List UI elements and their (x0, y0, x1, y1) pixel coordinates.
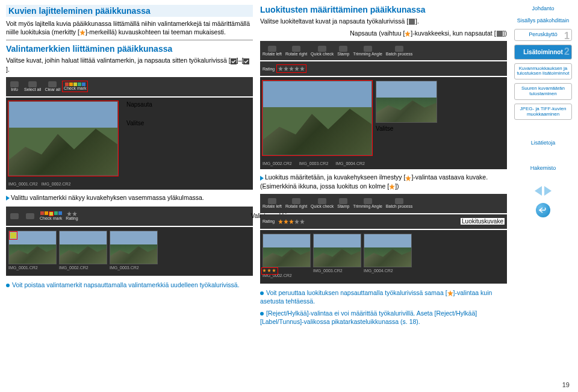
star-icon (405, 175, 411, 181)
prev-icon[interactable] (535, 186, 542, 196)
red-highlight (276, 64, 306, 73)
txt: ]-merkeillä) kuvauskohteen tai teeman mu… (85, 28, 226, 36)
thumbnail[interactable]: IMG_0004.CR2 (364, 234, 411, 278)
txt: ]. (6, 66, 10, 73)
check-icon (243, 58, 249, 64)
toolbar-select-all[interactable]: Select all (24, 81, 41, 92)
toolbar-stamp[interactable]: Stamp (337, 46, 349, 56)
svg-marker-15 (289, 219, 294, 224)
star-icon (79, 30, 85, 36)
arrow-icon (260, 176, 264, 181)
svg-marker-11 (405, 175, 411, 181)
toolbar-info[interactable]: Info (8, 81, 20, 92)
nav-back-button[interactable] (536, 203, 550, 217)
thumb-cap: IMG_0003.CR2 (299, 161, 329, 166)
nav-sisallys[interactable]: Sisällys pääkohdittain (514, 17, 572, 25)
left-para-1: Voit myös lajitella kuvia pääikkunassa l… (6, 19, 253, 36)
toolbar-screenshot-1: Info Select all Clear all Check mark (6, 77, 253, 190)
svg-marker-14 (284, 219, 288, 224)
divider (6, 40, 253, 40)
red-highlight (62, 81, 88, 92)
rating-screenshot-2: Rotate left Rotate right Quick check Sta… (260, 194, 507, 284)
arrow-icon (6, 196, 10, 201)
nav-hakemisto[interactable]: Hakemisto (514, 164, 572, 173)
callout-napsauta: Napsauta (126, 101, 152, 108)
rating-screenshot: Rotate left Rotate right Quick check Sta… (260, 41, 507, 169)
thumb-cap: IMG_0004.CR2 (335, 161, 365, 166)
square-icon (409, 19, 415, 25)
nav-lisatietoja[interactable]: Lisätietoja (514, 139, 572, 148)
svg-marker-0 (79, 30, 85, 36)
rating-stars[interactable] (278, 66, 305, 71)
nav-suuren[interactable]: Suuren kuvamäärän tulostaminen (514, 83, 572, 100)
page-number: 19 (562, 381, 570, 388)
large-thumbnail[interactable] (8, 101, 118, 176)
toolbar-rotate-left[interactable]: Rotate left (263, 46, 282, 56)
large-thumbnail[interactable] (263, 81, 372, 155)
nav-jpeg[interactable]: JPEG- ja TIFF-kuvien muokkaaminen (514, 104, 572, 120)
mid-tip-1: Voit peruuttaa luokituksen napsauttamall… (260, 288, 507, 305)
thumbnail[interactable] (376, 81, 436, 123)
star-icon (405, 31, 411, 37)
check-icon (231, 58, 237, 64)
toolbar-check-mark[interactable]: Check mark (64, 82, 86, 90)
callout-valitse: Valitse (376, 125, 393, 132)
left-heading-1: Kuvien lajitteleminen pääikkunassa (6, 5, 253, 17)
toolbar-batch[interactable]: Batch process (386, 46, 412, 56)
txt: Valitse kuvat, joihin haluat liittää val… (6, 57, 231, 64)
thumb-cap: IMG_0002.CR2 (42, 182, 71, 186)
svg-marker-5 (405, 31, 411, 37)
toolbar-screenshot-2: Check mark Rating Valintamerkki IMG_0001… (6, 207, 253, 276)
left-para-2: Valitse kuvat, joihin haluat liittää val… (6, 56, 253, 73)
mid-note-1: Luokitus määritetään, ja kuvakehykseen i… (260, 173, 507, 190)
toolbar-rotate-right[interactable]: Rotate right (285, 46, 307, 56)
thumbnail[interactable]: IMG_0001.CR2 (8, 231, 55, 270)
left-heading-2: Valintamerkkien liittäminen pääikkunassa (6, 44, 253, 54)
svg-marker-12 (389, 184, 395, 190)
svg-marker-17 (300, 219, 305, 224)
tip-1: Voit poistaa valintamerkit napsauttamall… (6, 281, 253, 289)
toolbar-trimming[interactable]: Trimming Angle (353, 46, 382, 56)
callout-luokituskuvake: Luokituskuvake (461, 218, 505, 225)
bullet-icon (260, 291, 264, 295)
star-icon (389, 184, 395, 190)
nav-kuvanmuokkaus[interactable]: Kuvanmuokkauksen ja tulostuksen lisätoim… (514, 63, 572, 80)
toolbar-quick[interactable]: Quick check (311, 46, 334, 56)
callout-valitse: Valitse (126, 120, 152, 126)
mid-heading-1: Luokitusten määrittäminen pääikkunassa (260, 5, 507, 14)
note-1: Valittu valintamerkki näkyy kuvakehyksen… (6, 193, 253, 202)
mid-para-1: Valitse luokiteltavat kuvat ja napsauta … (260, 17, 507, 25)
thumbnail[interactable]: IMG_0002.CR2 (59, 231, 106, 270)
bullet-icon (6, 284, 10, 287)
svg-marker-21 (447, 290, 453, 296)
star-icon (447, 290, 453, 296)
bullet-icon (260, 312, 264, 316)
thumbnail[interactable]: IMG_0003.CR2 (110, 231, 157, 270)
red-highlight (9, 231, 17, 240)
nav-johdanto[interactable]: Johdanto (514, 5, 572, 13)
txt: ]–[ (237, 57, 244, 64)
red-highlight (262, 80, 373, 156)
rating-label: Rating (263, 67, 275, 71)
red-highlight (261, 267, 278, 275)
toolbar-clear-all[interactable]: Clear all (45, 81, 60, 92)
svg-marker-4 (72, 211, 77, 216)
mid-para-2: Napsauta (vaihtuu []-kuvakkeeksi, kun na… (260, 29, 507, 37)
mid-tip-2: [Reject/Hylkää]-valintaa ei voi määrittä… (260, 309, 507, 326)
thumb-cap: IMG_0002.CR2 (263, 161, 292, 166)
nav-lisatoiminnot[interactable]: Lisätoiminnot2 (514, 45, 572, 60)
thumb-cap: IMG_0001.CR2 (8, 182, 38, 186)
svg-marker-3 (67, 211, 72, 216)
svg-marker-13 (278, 219, 283, 224)
thumbnail[interactable]: IMG_0002.CR2 (263, 234, 309, 278)
nav-peruskaytto[interactable]: Peruskäyttö1 (514, 29, 572, 41)
nav-prev-next[interactable] (514, 186, 572, 196)
thumbnail[interactable]: IMG_0003.CR2 (313, 234, 360, 278)
svg-marker-16 (294, 219, 299, 224)
square-icon (497, 31, 503, 37)
next-icon[interactable] (544, 186, 552, 196)
red-highlight (8, 101, 119, 176)
